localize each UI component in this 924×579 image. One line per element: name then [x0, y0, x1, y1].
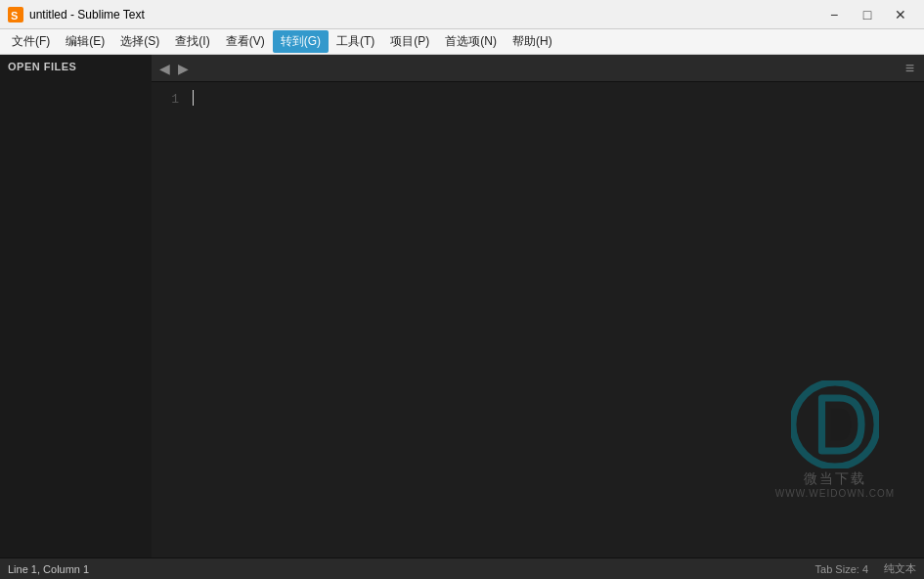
status-right: Tab Size: 4 纯文本: [815, 561, 916, 576]
tab-bar: ◀ ▶ ≡: [152, 55, 924, 82]
menu-item-edit[interactable]: 编辑(E): [58, 30, 112, 53]
menu-bar: 文件(F)编辑(E)选择(S)查找(I)查看(V)转到(G)工具(T)项目(P)…: [0, 29, 924, 55]
title-text: untitled - Sublime Text: [29, 8, 145, 22]
sidebar: OPEN FILES: [0, 55, 152, 557]
tab-menu-button[interactable]: ≡: [900, 58, 920, 79]
menu-item-project[interactable]: 项目(P): [382, 30, 437, 53]
line-numbers: 1: [152, 82, 189, 557]
sidebar-header: OPEN FILES: [0, 55, 152, 78]
tab-nav-right-button[interactable]: ▶: [174, 59, 193, 78]
tab-nav-left-button[interactable]: ◀: [155, 59, 174, 78]
menu-item-preferences[interactable]: 首选项(N): [437, 30, 505, 53]
menu-item-goto[interactable]: 转到(G): [273, 30, 329, 53]
minimize-button[interactable]: −: [818, 3, 850, 26]
title-controls: − □ ✕: [818, 3, 916, 26]
watermark: 微当下载 WWW.WEIDOWN.COM: [775, 380, 895, 499]
status-tab-size: Tab Size: 4: [815, 563, 868, 575]
text-cursor: [193, 90, 194, 106]
watermark-text1: 微当下载: [804, 470, 866, 488]
watermark-text2: WWW.WEIDOWN.COM: [775, 488, 895, 499]
menu-item-find[interactable]: 查找(I): [167, 30, 217, 53]
close-button[interactable]: ✕: [885, 3, 916, 26]
maximize-button[interactable]: □: [852, 3, 883, 26]
menu-item-view[interactable]: 查看(V): [218, 30, 273, 53]
menu-item-file[interactable]: 文件(F): [4, 30, 58, 53]
app-icon: S: [8, 7, 23, 22]
menu-item-tools[interactable]: 工具(T): [329, 30, 382, 53]
menu-item-help[interactable]: 帮助(H): [505, 30, 560, 53]
status-line-col: Line 1, Column 1: [8, 563, 89, 575]
main-area: OPEN FILES ◀ ▶ ≡ 1: [0, 55, 924, 557]
editor[interactable]: 1 微当下载 WWW.WEIDOWN.COM: [152, 82, 924, 557]
editor-area: ◀ ▶ ≡ 1: [152, 55, 924, 557]
sidebar-content: [0, 78, 152, 557]
title-left: S untitled - Sublime Text: [8, 7, 145, 22]
status-encoding: 纯文本: [884, 561, 916, 576]
menu-item-select[interactable]: 选择(S): [112, 30, 167, 53]
cursor-line: [193, 90, 920, 106]
watermark-logo: [791, 380, 879, 468]
status-left: Line 1, Column 1: [8, 563, 89, 575]
line-number-1: 1: [152, 90, 189, 110]
title-bar: S untitled - Sublime Text − □ ✕: [0, 0, 924, 29]
status-bar: Line 1, Column 1 Tab Size: 4 纯文本: [0, 557, 924, 579]
svg-text:S: S: [11, 10, 18, 22]
